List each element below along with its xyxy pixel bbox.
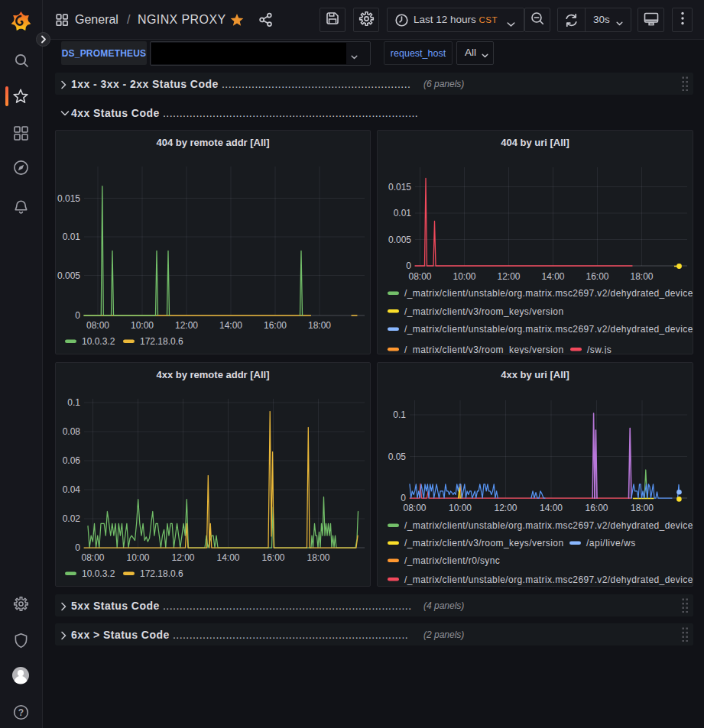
- svg-text:14:00: 14:00: [540, 503, 563, 513]
- svg-text:/_matrix/client/unstable/org.m: /_matrix/client/unstable/org.matrix.msc2…: [404, 520, 693, 531]
- svg-text:0.1: 0.1: [393, 409, 406, 420]
- svg-text:12:00: 12:00: [497, 271, 520, 282]
- svg-text:/_matrix/client/v3/room_keys/v: /_matrix/client/v3/room_keys/version: [404, 345, 563, 354]
- svg-text:14:00: 14:00: [219, 320, 242, 331]
- svg-text:10:00: 10:00: [131, 320, 154, 331]
- svg-text:10:00: 10:00: [126, 552, 149, 563]
- svg-text:0.02: 0.02: [63, 513, 81, 524]
- svg-text:0.015: 0.015: [388, 182, 411, 193]
- svg-text:/sw.js: /sw.js: [587, 345, 612, 354]
- svg-text:0.05: 0.05: [388, 451, 407, 462]
- svg-text:/_matrix/client/v3/room_keys/v: /_matrix/client/v3/room_keys/version: [404, 306, 563, 317]
- svg-text:10:00: 10:00: [449, 503, 472, 513]
- svg-text:0.015: 0.015: [57, 193, 80, 204]
- svg-text:0: 0: [401, 493, 406, 503]
- svg-text:10.0.3.2: 10.0.3.2: [82, 568, 115, 579]
- svg-text:18:00: 18:00: [307, 552, 329, 563]
- svg-text:12:00: 12:00: [175, 320, 198, 331]
- svg-text:08:00: 08:00: [403, 503, 426, 513]
- svg-text:?: ?: [18, 707, 24, 718]
- svg-text:12:00: 12:00: [171, 552, 194, 563]
- svg-text:18:00: 18:00: [308, 320, 331, 331]
- svg-text:0.08: 0.08: [63, 426, 81, 437]
- svg-text:16:00: 16:00: [264, 320, 287, 331]
- svg-text:14:00: 14:00: [216, 552, 239, 563]
- svg-text:/_matrix/client/unstable/org.m: /_matrix/client/unstable/org.matrix.msc2…: [404, 574, 693, 585]
- svg-text:08:00: 08:00: [86, 320, 109, 331]
- svg-text:/_matrix/client/r0/sync: /_matrix/client/r0/sync: [404, 555, 500, 566]
- svg-text:16:00: 16:00: [585, 503, 608, 513]
- svg-text:0.01: 0.01: [63, 231, 81, 242]
- svg-text:172.18.0.6: 172.18.0.6: [140, 568, 183, 579]
- svg-text:0: 0: [75, 310, 80, 321]
- svg-text:0.06: 0.06: [63, 455, 81, 466]
- svg-text:18:00: 18:00: [631, 503, 654, 513]
- svg-text:10.0.3.2: 10.0.3.2: [82, 336, 115, 347]
- svg-text:10:00: 10:00: [453, 271, 475, 282]
- svg-text:12:00: 12:00: [494, 503, 517, 513]
- svg-text:08:00: 08:00: [408, 271, 431, 282]
- svg-text:172.18.0.6: 172.18.0.6: [140, 336, 183, 347]
- svg-text:0: 0: [75, 542, 80, 553]
- svg-text:/api/live/ws: /api/live/ws: [586, 538, 636, 548]
- svg-text:0.1: 0.1: [67, 397, 80, 408]
- svg-text:0.04: 0.04: [63, 484, 81, 495]
- svg-text:/_matrix/client/unstable/org.m: /_matrix/client/unstable/org.matrix.msc2…: [404, 288, 693, 299]
- svg-text:16:00: 16:00: [586, 271, 608, 282]
- svg-text:18:00: 18:00: [630, 271, 653, 282]
- svg-text:0.005: 0.005: [57, 270, 80, 281]
- svg-text:/_matrix/client/unstable/org.m: /_matrix/client/unstable/org.matrix.msc2…: [404, 324, 693, 335]
- svg-text:/_matrix/client/v3/room_keys/v: /_matrix/client/v3/room_keys/version: [404, 538, 563, 548]
- svg-text:0: 0: [406, 260, 411, 271]
- svg-text:08:00: 08:00: [81, 552, 104, 563]
- svg-text:0.01: 0.01: [394, 208, 412, 218]
- svg-text:0.005: 0.005: [388, 235, 411, 245]
- svg-text:16:00: 16:00: [261, 552, 284, 563]
- svg-text:14:00: 14:00: [541, 271, 564, 282]
